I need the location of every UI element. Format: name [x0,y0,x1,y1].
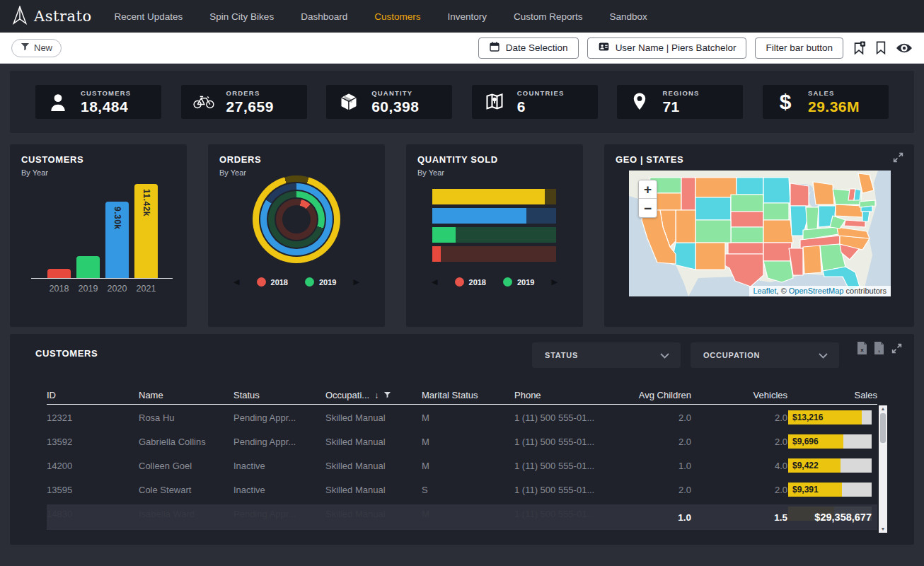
col-header-occupation[interactable]: Occupati... ↓ [325,390,422,400]
state-OK[interactable] [728,243,763,254]
state-MO[interactable] [763,220,793,243]
nav-item-custom-reports[interactable]: Custom Reports [514,11,583,22]
bar-2018[interactable] [47,269,71,278]
state-PA[interactable] [836,204,862,217]
state-MT[interactable] [695,178,737,197]
state-WI[interactable] [790,183,809,206]
col-header-vehicles[interactable]: Vehicles [691,390,787,400]
bar-2021[interactable]: 11.42k [134,184,158,278]
kpi-customers: CUSTOMERS 18,484 [35,85,161,119]
bookmark-icon[interactable] [874,40,887,55]
expand-icon[interactable] [891,342,903,357]
sales-bar: $9,696 [788,434,872,449]
scroll-up-icon[interactable]: ▲ [879,405,887,412]
nav-item-customers[interactable]: Customers [374,11,420,22]
state-WY[interactable] [695,197,731,220]
col-header-marital[interactable]: Marital Status [422,390,514,400]
state-AL[interactable] [803,246,821,274]
customers-table-panel: CUSTOMERS STATUS OCCUPATION x , [10,334,914,545]
user-card-icon [598,41,610,54]
export-document-icon[interactable]: , [874,342,884,357]
hbar-2019[interactable] [432,227,556,243]
expand-icon[interactable] [892,151,904,166]
nav-item-dashboard[interactable]: Dashboard [301,11,347,22]
state-ND[interactable] [737,178,763,195]
astrato-logo[interactable]: Astrato [11,6,92,28]
pin-icon [628,91,651,112]
state-SD[interactable] [731,195,763,212]
state-UT[interactable] [676,210,695,243]
nav-item-recent-updates[interactable]: Recent Updates [115,11,183,22]
state-IN[interactable] [806,207,819,230]
bicycle-icon [192,93,215,110]
bookmark-add-icon[interactable] [852,40,866,55]
legend-prev-icon[interactable]: ◀ [233,278,239,286]
legend-next-icon[interactable]: ▶ [551,278,557,286]
chart-legend: ◀ 2018 2019 ▶ [406,277,583,287]
state-IA[interactable] [763,203,789,220]
funnel-icon [21,42,30,53]
export-excel-icon[interactable]: x [857,342,867,357]
status-filter-dropdown[interactable]: STATUS [532,342,681,368]
col-header-id[interactable]: ID [47,390,139,400]
legend-item-2019[interactable]: 2019 [503,277,534,287]
eye-icon[interactable] [896,42,913,54]
date-selection-button[interactable]: Date Selection [478,37,579,59]
legend-prev-icon[interactable]: ◀ [432,278,437,286]
state-CT[interactable] [861,206,872,212]
hbar-2020[interactable] [432,208,556,224]
legend-item-2019[interactable]: 2019 [305,277,336,287]
box-icon [337,92,360,112]
toolbar-right-group: Date Selection User Name | Piers Batchel… [478,37,913,59]
hbar-2021[interactable] [432,189,556,204]
state-NM[interactable] [695,243,725,270]
state-ID[interactable] [681,178,695,210]
table-row[interactable]: 14200Colleen GoelInactiveSkilled ManualM… [47,454,877,478]
occupation-filter-dropdown[interactable]: OCCUPATION [691,342,839,368]
kpi-value: 27,659 [226,98,274,115]
radial-progress-rings[interactable] [253,175,340,263]
bar-2019[interactable] [76,256,100,278]
kpi-label: COUNTRIES [517,89,565,97]
state-NE[interactable] [731,212,763,227]
legend-next-icon[interactable]: ▶ [353,278,359,286]
new-filter-button[interactable]: New [11,39,62,57]
table-row[interactable]: 12321Rosa HuPending Appr...Skilled Manua… [47,405,877,429]
table-scrollbar[interactable]: ▲ ▼ [879,405,887,533]
scroll-down-icon[interactable]: ▼ [879,526,887,533]
column-filter-icon[interactable] [383,390,391,400]
state-NH[interactable] [854,189,861,200]
col-header-status[interactable]: Status [233,390,325,400]
filter-bar-button[interactable]: Filter bar button [755,37,843,59]
leaflet-map[interactable]: + − Leaflet, © OpenStreetMap contributor… [629,171,891,296]
table-row[interactable]: 13592Gabriella CollinsPending Appr...Ski… [47,429,877,454]
legend-item-2018[interactable]: 2018 [455,277,486,287]
col-header-sales[interactable]: Sales [787,390,877,400]
zoom-in-button[interactable]: + [639,180,657,199]
leaflet-link[interactable]: Leaflet [753,287,777,295]
kpi-orders: ORDERS 27,659 [181,85,307,119]
state-MI[interactable] [813,182,834,204]
table-row[interactable]: 13595Cole StewartInactiveSkilled ManualS… [47,478,877,502]
nav-item-sandbox[interactable]: Sandbox [610,11,647,22]
scrollbar-thumb[interactable] [880,413,886,443]
customers-by-year-chart: CUSTOMERS By Year 9.30k 11.42k 2018 2019… [10,144,187,327]
state-MD[interactable] [844,220,865,227]
state-MN[interactable] [763,178,790,203]
sort-desc-icon[interactable]: ↓ [374,391,379,400]
nav-item-spin-city-bikes[interactable]: Spin City Bikes [209,11,274,22]
nav-item-inventory[interactable]: Inventory [447,11,487,22]
col-header-children[interactable]: Avg Children [620,390,691,400]
state-NJ[interactable] [862,212,870,221]
state-CO[interactable] [695,220,731,243]
col-header-name[interactable]: Name [139,390,233,400]
bar-2020[interactable]: 9.30k [105,202,129,278]
openstreetmap-link[interactable]: OpenStreetMap [789,287,844,295]
user-name-button[interactable]: User Name | Piers Batchelor [587,37,747,59]
hbar-2018[interactable] [432,246,556,262]
col-header-phone[interactable]: Phone [514,390,620,400]
zoom-out-button[interactable]: − [639,199,657,217]
state-AR[interactable] [763,243,792,261]
state-KS[interactable] [731,227,763,243]
legend-item-2018[interactable]: 2018 [257,277,288,287]
